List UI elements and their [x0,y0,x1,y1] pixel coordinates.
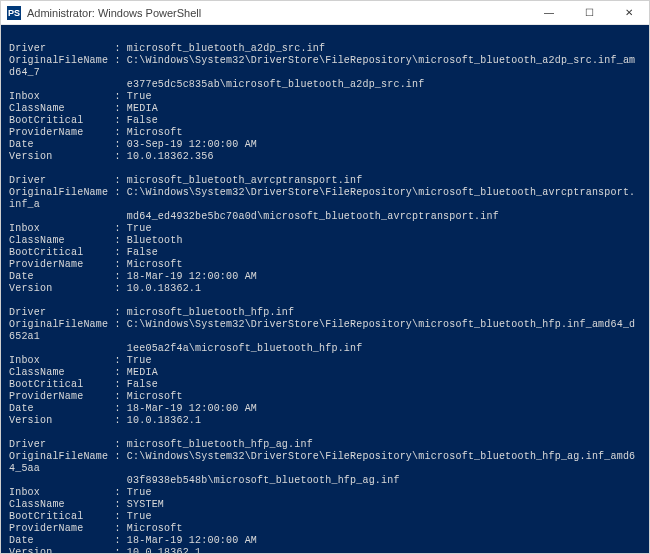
field-label: Version : [9,151,127,163]
output-line: Date : 18-Mar-19 12:00:00 AM [9,403,641,415]
output-line-continuation: 03f8938eb548b\microsoft_bluetooth_hfp_ag… [9,475,641,487]
output-line: OriginalFileName : C:\Windows\System32\D… [9,187,641,211]
output-line: Version : 10.0.18362.1 [9,283,641,295]
field-value: 03-Sep-19 12:00:00 AM [127,139,257,150]
output-line: ClassName : SYSTEM [9,499,641,511]
field-value: microsoft_bluetooth_avrcptransport.inf [127,175,363,186]
maximize-button[interactable]: ☐ [569,1,609,24]
field-label: OriginalFileName : [9,55,127,67]
field-label: Driver : [9,43,127,55]
field-value: md64_ed4932be5bc70a0d\microsoft_bluetoot… [9,211,499,222]
output-line-continuation: 1ee05a2f4a\microsoft_bluetooth_hfp.inf [9,343,641,355]
field-label: Driver : [9,439,127,451]
output-line: Driver : microsoft_bluetooth_avrcptransp… [9,175,641,187]
field-label: Version : [9,415,127,427]
field-label: BootCritical : [9,247,127,259]
field-value: MEDIA [127,367,158,378]
field-label: Inbox : [9,355,127,367]
output-line: ProviderName : Microsoft [9,391,641,403]
output-line: Version : 10.0.18362.356 [9,151,641,163]
field-value: microsoft_bluetooth_a2dp_src.inf [127,43,325,54]
field-value: microsoft_bluetooth_hfp.inf [127,307,294,318]
terminal-output[interactable]: Driver : microsoft_bluetooth_a2dp_src.in… [1,25,649,553]
powershell-window: PS Administrator: Windows PowerShell — ☐… [0,0,650,554]
field-value: True [127,223,152,234]
output-line: ProviderName : Microsoft [9,127,641,139]
window-controls: — ☐ ✕ [529,1,649,24]
output-line: Version : 10.0.18362.1 [9,547,641,553]
field-value: False [127,379,158,390]
output-line: ClassName : MEDIA [9,103,641,115]
field-label: Date : [9,403,127,415]
output-line: Inbox : True [9,355,641,367]
field-label: ProviderName : [9,127,127,139]
output-line: BootCritical : True [9,511,641,523]
field-label: Inbox : [9,487,127,499]
field-label: ProviderName : [9,391,127,403]
output-line: OriginalFileName : C:\Windows\System32\D… [9,55,641,79]
driver-entry: Driver : microsoft_bluetooth_hfp.infOrig… [9,307,641,427]
field-value: True [127,91,152,102]
field-label: Version : [9,547,127,553]
field-value: MEDIA [127,103,158,114]
output-line: ClassName : Bluetooth [9,235,641,247]
field-label: Date : [9,535,127,547]
field-value: Microsoft [127,391,183,402]
field-value: SYSTEM [127,499,164,510]
field-label: Date : [9,139,127,151]
output-line: Inbox : True [9,223,641,235]
field-value: 18-Mar-19 12:00:00 AM [127,271,257,282]
field-label: Driver : [9,175,127,187]
output-line: Driver : microsoft_bluetooth_hfp.inf [9,307,641,319]
field-label: BootCritical : [9,115,127,127]
close-button[interactable]: ✕ [609,1,649,24]
minimize-button[interactable]: — [529,1,569,24]
field-value: 10.0.18362.1 [127,283,201,294]
output-line [9,31,641,43]
field-label: ClassName : [9,103,127,115]
driver-entry: Driver : microsoft_bluetooth_avrcptransp… [9,175,641,295]
output-line: Version : 10.0.18362.1 [9,415,641,427]
field-label: BootCritical : [9,379,127,391]
field-value: 10.0.18362.356 [127,151,214,162]
field-label: ProviderName : [9,523,127,535]
field-value: 03f8938eb548b\microsoft_bluetooth_hfp_ag… [9,475,400,486]
field-value: e377e5dc5c835ab\microsoft_bluetooth_a2dp… [9,79,424,90]
field-value: microsoft_bluetooth_hfp_ag.inf [127,439,313,450]
field-label: ProviderName : [9,259,127,271]
output-line: BootCritical : False [9,247,641,259]
output-line: ProviderName : Microsoft [9,259,641,271]
window-title: Administrator: Windows PowerShell [27,7,529,19]
field-value: Microsoft [127,127,183,138]
field-label: ClassName : [9,367,127,379]
output-line: Inbox : True [9,91,641,103]
output-line: ClassName : MEDIA [9,367,641,379]
field-value: True [127,487,152,498]
field-label: ClassName : [9,235,127,247]
output-line: ProviderName : Microsoft [9,523,641,535]
output-line: Date : 03-Sep-19 12:00:00 AM [9,139,641,151]
output-line: OriginalFileName : C:\Windows\System32\D… [9,451,641,475]
driver-entry: Driver : microsoft_bluetooth_hfp_ag.infO… [9,439,641,553]
field-value: Bluetooth [127,235,183,246]
output-line: BootCritical : False [9,379,641,391]
field-label: ClassName : [9,499,127,511]
field-label: Version : [9,283,127,295]
output-line: Inbox : True [9,487,641,499]
field-label: OriginalFileName : [9,187,127,199]
field-value: False [127,115,158,126]
driver-entry: Driver : microsoft_bluetooth_a2dp_src.in… [9,43,641,163]
output-line: Date : 18-Mar-19 12:00:00 AM [9,535,641,547]
output-line: Driver : microsoft_bluetooth_a2dp_src.in… [9,43,641,55]
field-label: Date : [9,271,127,283]
field-value: True [127,511,152,522]
field-value: 10.0.18362.1 [127,547,201,553]
output-line: OriginalFileName : C:\Windows\System32\D… [9,319,641,343]
field-value: 18-Mar-19 12:00:00 AM [127,535,257,546]
field-value: 18-Mar-19 12:00:00 AM [127,403,257,414]
powershell-icon: PS [7,6,21,20]
field-label: Inbox : [9,223,127,235]
titlebar[interactable]: PS Administrator: Windows PowerShell — ☐… [1,1,649,25]
field-label: Driver : [9,307,127,319]
field-label: Inbox : [9,91,127,103]
